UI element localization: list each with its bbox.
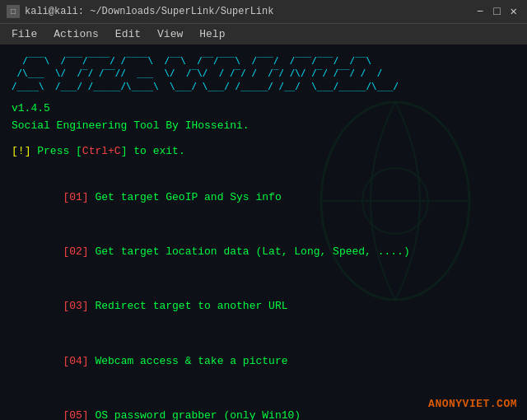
menu-actions[interactable]: Actions [45,26,107,42]
option-desc-2: Get target location data (Lat, Long, Spe… [89,245,410,258]
menubar: File Actions Edit View Help [0,23,527,44]
maximize-button[interactable]: □ [490,6,503,17]
version-number: v1.4.5 [12,100,515,118]
ascii-logo: /‾‾‾\ /‾‾‾/‾‾‾‾/ /‾‾‾‾\ /‾‾\ /‾‾/‾‾‾\ /‾… [12,54,515,92]
menu-view[interactable]: View [149,26,191,42]
menu-option-3[interactable]: [03] Redirect target to another URL [12,279,515,334]
version-info: v1.4.5 Social Engineering Tool By IHosse… [12,100,515,135]
terminal-area: /‾‾‾\ /‾‾‾/‾‾‾‾/ /‾‾‾‾\ /‾‾\ /‾‾/‾‾‾\ /‾… [0,44,527,420]
option-num-2: [02] [63,245,88,258]
menu-edit[interactable]: Edit [107,26,149,42]
exclamation-mark: ! [18,145,25,157]
menu-options-list: [01] Get target GeoIP and Sys info [02] … [12,170,515,420]
titlebar: □ kali@kali: ~/Downloads/SuperLink/Super… [0,0,527,23]
tagline: Social Engineering Tool By IHosseini. [12,118,515,135]
bracket-open: [ [12,145,18,157]
titlebar-controls: − □ ✕ [473,6,520,17]
menu-file[interactable]: File [3,26,45,42]
option-num-5: [05] [63,409,88,420]
main-window: □ kali@kali: ~/Downloads/SuperLink/Super… [0,0,527,420]
ascii-art-text: /‾‾‾\ /‾‾‾/‾‾‾‾/ /‾‾‾‾\ /‾‾\ /‾‾/‾‾‾\ /‾… [12,54,515,92]
press-ctrlc-line: [!] Press [Ctrl+C] to exit. [12,145,515,157]
menu-option-1[interactable]: [01] Get target GeoIP and Sys info [12,170,515,225]
option-desc-1: Get target GeoIP and Sys info [89,191,282,203]
option-num-4: [04] [63,355,88,367]
menu-option-2[interactable]: [02] Get target location data (Lat, Long… [12,225,515,279]
watermark: ANONYVIET.COM [428,398,517,410]
titlebar-title: kali@kali: ~/Downloads/SuperLink/SuperLi… [25,6,273,17]
window-icon: □ [7,5,20,18]
option-desc-3: Redirect target to another URL [89,300,288,312]
minimize-button[interactable]: − [473,6,487,17]
press-text-end: ] to exit. [121,145,185,157]
press-text: Press [ [30,145,82,157]
option-desc-5: OS password grabber (only Win10) [89,409,301,420]
menu-option-4[interactable]: [04] Webcam access & take a picture [12,334,515,389]
menu-help[interactable]: Help [191,26,233,42]
option-num-1: [01] [63,191,88,203]
titlebar-left: □ kali@kali: ~/Downloads/SuperLink/Super… [7,5,273,18]
ctrl-c-key: Ctrl+C [82,145,121,157]
option-num-3: [03] [63,300,88,312]
option-desc-4: Webcam access & take a picture [89,355,288,367]
close-button[interactable]: ✕ [507,6,520,17]
